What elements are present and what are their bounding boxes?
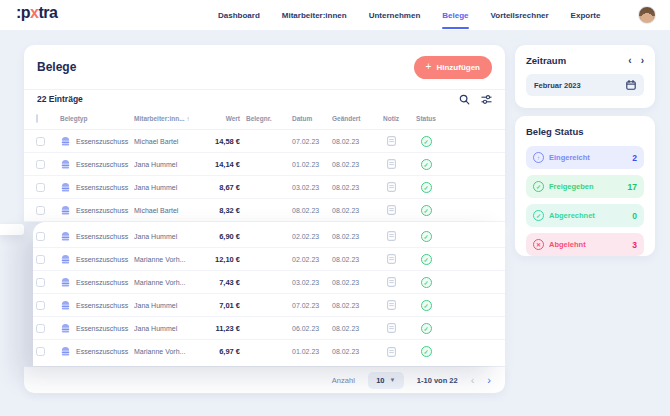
user-avatar[interactable] — [638, 6, 656, 24]
column-notiz[interactable]: Notiz — [376, 115, 406, 122]
period-picker-input[interactable]: Februar 2023 — [526, 74, 644, 96]
column-datum[interactable]: Datum — [286, 115, 332, 122]
note-icon[interactable] — [387, 300, 396, 310]
table-row[interactable]: EssenszuschussJana Hummel8,67 €03.02.230… — [24, 176, 505, 199]
employee-name: Marianne Vorh... — [134, 256, 200, 263]
belege-card: Belege + Hinzufügen 22 Einträge Belegtyp… — [24, 45, 505, 222]
filter-sliders-icon[interactable] — [481, 94, 492, 105]
note-icon[interactable] — [387, 347, 396, 357]
nav-item-unternehmen[interactable]: Unternehmen — [369, 11, 421, 20]
nav-item-dashboard[interactable]: Dashboard — [218, 11, 260, 20]
status-approved-icon: ✓ — [421, 182, 432, 193]
status-approved-icon: ✓ — [421, 277, 432, 288]
nav-item-mitarbeiter[interactable]: Mitarbeiter:innen — [282, 11, 347, 20]
column-wert[interactable]: Wert — [200, 115, 240, 122]
beleg-geaendert: 08.02.23 — [332, 279, 376, 286]
next-page-button[interactable]: › — [487, 375, 491, 386]
pagination-range: 1-10 von 22 — [417, 376, 458, 385]
add-beleg-button[interactable]: + Hinzufügen — [414, 56, 492, 79]
beleg-status-title: Beleg Status — [526, 126, 644, 137]
column-geaendert[interactable]: Geändert — [332, 115, 376, 122]
meal-allowance-icon — [60, 136, 71, 147]
table-header-row: Belegtyp Mitarbeiter:inn...↑ Wert Belegn… — [24, 108, 505, 130]
employee-name: Jana Hummel — [134, 302, 200, 309]
select-all-checkbox[interactable] — [36, 114, 38, 123]
row-checkbox[interactable] — [36, 183, 45, 192]
page-size-select[interactable]: 10▼ — [368, 372, 404, 389]
previous-page-button[interactable]: ‹ — [471, 375, 475, 386]
nav-item-vorteilsrechner[interactable]: Vorteilsrechner — [491, 11, 549, 20]
beleg-wert: 14,14 € — [200, 160, 240, 169]
zeitraum-card: Zeitraum ‹ › Februar 2023 — [515, 45, 655, 108]
belege-card-header: Belege + Hinzufügen — [24, 45, 505, 90]
table-row[interactable]: EssenszuschussJana Hummel11,23 €06.02.23… — [33, 317, 505, 340]
column-mitarbeiter[interactable]: Mitarbeiter:inn...↑ — [134, 115, 200, 122]
column-belegtyp[interactable]: Belegtyp — [60, 115, 134, 122]
row-checkbox[interactable] — [36, 137, 45, 146]
beleg-type: Essenszuschuss — [76, 256, 128, 263]
table-row[interactable]: EssenszuschussMarianne Vorh...12,10 €02.… — [33, 248, 505, 271]
note-icon[interactable] — [387, 182, 396, 192]
meal-allowance-icon — [60, 182, 71, 193]
row-checkbox[interactable] — [36, 255, 45, 264]
beleg-datum: 03.02.23 — [286, 184, 332, 191]
table-row[interactable]: EssenszuschussJana Hummel6,90 €02.02.230… — [33, 225, 505, 248]
table-row[interactable]: EssenszuschussMarianne Vorh...6,97 €01.0… — [33, 340, 505, 363]
note-icon[interactable] — [387, 231, 396, 241]
previous-period-button[interactable]: ‹ — [628, 56, 631, 66]
beleg-geaendert: 08.02.23 — [332, 207, 376, 214]
note-icon[interactable] — [387, 136, 396, 146]
table-row[interactable]: EssenszuschussMichael Bartel14,58 €07.02… — [24, 130, 505, 153]
pxtra-logo[interactable]: :pxtra — [16, 4, 57, 22]
table-row[interactable]: EssenszuschussMichael Bartel8,32 €08.02.… — [24, 199, 505, 222]
table-row[interactable]: EssenszuschussMarianne Vorh...7,43 €03.0… — [33, 271, 505, 294]
search-icon[interactable] — [459, 94, 470, 105]
status-filter-pill-eingereicht[interactable]: ↑Eingereicht2 — [526, 146, 644, 169]
table-toolbar: 22 Einträge — [24, 90, 505, 108]
row-checkbox[interactable] — [36, 301, 45, 310]
beleg-type: Essenszuschuss — [76, 138, 128, 145]
column-status[interactable]: Status — [406, 115, 446, 122]
note-icon[interactable] — [387, 254, 396, 264]
beleg-geaendert: 08.02.23 — [332, 233, 376, 240]
beleg-geaendert: 08.02.23 — [332, 325, 376, 332]
status-filter-pill-abgelehnt[interactable]: ✕Abgelehnt3 — [526, 233, 644, 256]
next-period-button[interactable]: › — [641, 56, 644, 66]
main-nav: Dashboard Mitarbeiter:innen Unternehmen … — [218, 0, 600, 30]
row-checkbox[interactable] — [36, 160, 45, 169]
status-filter-pill-freigegeben[interactable]: ✓Freigegeben17 — [526, 175, 644, 198]
beleg-type: Essenszuschuss — [76, 302, 128, 309]
status-count: 2 — [632, 153, 637, 163]
beleg-geaendert: 08.02.23 — [332, 161, 376, 168]
table-row[interactable]: EssenszuschussJana Hummel7,01 €07.02.230… — [33, 294, 505, 317]
calendar-icon — [626, 80, 636, 90]
note-icon[interactable] — [387, 205, 396, 215]
note-icon[interactable] — [387, 277, 396, 287]
status-label: Abgelehnt — [549, 240, 586, 249]
column-belegnr[interactable]: Belegnr. — [240, 115, 286, 122]
chevron-down-icon: ▼ — [389, 377, 395, 383]
beleg-geaendert: 08.02.23 — [332, 138, 376, 145]
table-overlay-sheet: EssenszuschussJana Hummel6,90 €02.02.230… — [33, 222, 505, 366]
beleg-wert: 14,58 € — [200, 137, 240, 146]
plus-icon: + — [426, 62, 432, 72]
beleg-geaendert: 08.02.23 — [332, 348, 376, 355]
beleg-datum: 03.02.23 — [286, 279, 332, 286]
status-filter-pill-abgerechnet[interactable]: ✓Abgerechnet0 — [526, 204, 644, 227]
note-icon[interactable] — [387, 159, 396, 169]
note-icon[interactable] — [387, 323, 396, 333]
nav-item-belege[interactable]: Belege — [442, 11, 468, 20]
row-checkbox[interactable] — [36, 232, 45, 241]
employee-name: Michael Bartel — [134, 207, 200, 214]
row-checkbox[interactable] — [36, 347, 45, 356]
row-checkbox[interactable] — [36, 278, 45, 287]
beleg-datum: 01.02.23 — [286, 161, 332, 168]
status-approved-icon: ✓ — [421, 159, 432, 170]
table-row[interactable]: EssenszuschussJana Hummel14,14 €01.02.23… — [24, 153, 505, 176]
row-checkbox[interactable] — [36, 324, 45, 333]
nav-item-exporte[interactable]: Exporte — [571, 11, 601, 20]
page-title: Belege — [37, 60, 76, 74]
status-count: 0 — [632, 211, 637, 221]
beleg-wert: 8,67 € — [200, 183, 240, 192]
row-checkbox[interactable] — [36, 206, 45, 215]
